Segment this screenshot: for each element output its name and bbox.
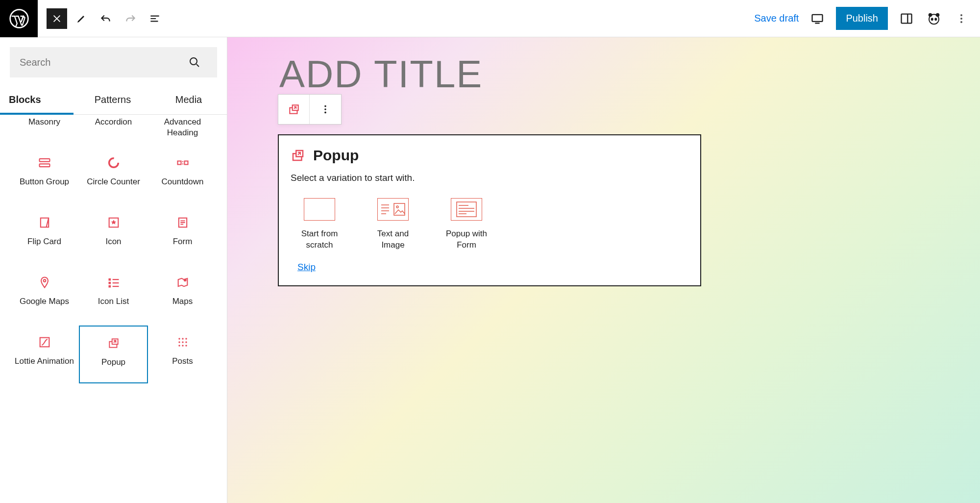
svg-rect-13 (39, 159, 49, 162)
variation-label: Popup with Form (444, 228, 489, 251)
svg-rect-16 (177, 161, 181, 165)
block-item-form[interactable]: Form (148, 206, 217, 264)
block-type-button[interactable] (278, 95, 310, 124)
block-label: Posts (172, 356, 193, 367)
svg-rect-24 (108, 278, 111, 281)
skip-link[interactable]: Skip (291, 262, 316, 273)
block-label: Icon List (98, 296, 129, 307)
svg-point-27 (183, 279, 186, 282)
svg-point-23 (43, 279, 46, 282)
block-item-countdown[interactable]: Countdown (148, 146, 217, 204)
block-label: Accordion (95, 117, 132, 127)
block-label: Circle Counter (87, 176, 140, 187)
title-placeholder: ADD TITLE (279, 52, 483, 97)
svg-point-5 (929, 13, 932, 17)
svg-point-18 (182, 161, 183, 162)
block-inserter-panel: Blocks Patterns Media MasonryAccordionAd… (0, 37, 227, 503)
tab-blocks[interactable]: Blocks (0, 87, 74, 114)
svg-point-34 (178, 341, 180, 343)
svg-point-48 (396, 206, 398, 208)
svg-rect-17 (184, 161, 188, 165)
variation-scratch[interactable]: Start from scratch (297, 198, 342, 251)
main-area: Blocks Patterns Media MasonryAccordionAd… (0, 37, 980, 503)
block-item-lottie[interactable]: Lottie Animation (10, 326, 79, 383)
block-item-circle-counter[interactable]: Circle Counter (79, 146, 148, 204)
search-input[interactable] (10, 47, 217, 77)
block-options-button[interactable] (310, 95, 341, 124)
plugin-account-button[interactable] (925, 10, 943, 27)
block-label: Countdown (161, 176, 203, 187)
search-icon (189, 56, 200, 68)
list-icon (148, 12, 161, 25)
blocks-panel: MasonryAccordionAdvanced HeadingButton G… (0, 115, 227, 503)
popup-icon (288, 103, 300, 116)
svg-point-43 (324, 108, 326, 110)
svg-point-6 (936, 13, 940, 17)
svg-rect-49 (457, 202, 476, 217)
popup-icon (291, 148, 305, 163)
block-item-masonry[interactable]: Masonry (10, 117, 79, 144)
circle-counter-icon (107, 156, 121, 170)
block-item-icon-list[interactable]: Icon List (79, 266, 148, 324)
svg-point-15 (109, 158, 118, 168)
search-wrap (0, 37, 227, 87)
text-image-icon (377, 198, 409, 221)
variation-text-image[interactable]: Text and Image (371, 198, 415, 251)
editor-canvas[interactable]: ADD TITLE Popup Select a variation to st… (227, 37, 980, 503)
google-maps-icon (38, 276, 51, 289)
block-item-accordion[interactable]: Accordion (79, 117, 148, 144)
settings-sidebar-toggle[interactable] (898, 10, 915, 27)
undo-button[interactable] (96, 8, 116, 29)
block-label: Icon (105, 236, 121, 247)
tab-media[interactable]: Media (152, 87, 225, 114)
block-label: Advanced Heading (150, 117, 215, 138)
block-item-flip-card[interactable]: Flip Card (10, 206, 79, 264)
document-overview-button[interactable] (145, 8, 165, 29)
editor-left-tools (38, 8, 165, 29)
svg-point-37 (178, 345, 180, 347)
svg-point-36 (185, 341, 187, 343)
edit-icon (75, 13, 87, 25)
popup-icon (107, 336, 121, 350)
svg-point-44 (324, 112, 326, 114)
block-toolbar (278, 94, 342, 125)
tab-patterns[interactable]: Patterns (74, 87, 152, 114)
block-label: Popup (101, 357, 125, 368)
wp-logo[interactable] (0, 0, 38, 37)
svg-rect-26 (108, 285, 111, 288)
variation-with-form[interactable]: Popup with Form (444, 198, 489, 251)
redo-button[interactable] (120, 8, 141, 29)
block-item-popup[interactable]: Popup (79, 326, 148, 383)
editor-right-tools: Save draft Publish (754, 7, 970, 30)
edit-tool-button[interactable] (71, 8, 92, 29)
block-label: Flip Card (27, 236, 61, 247)
lottie-icon (38, 335, 51, 349)
svg-rect-25 (108, 282, 111, 284)
undo-icon (99, 12, 112, 25)
save-draft-button[interactable]: Save draft (754, 13, 799, 24)
block-label: Form (173, 236, 193, 247)
block-label: Masonry (28, 117, 60, 127)
block-label: Lottie Animation (15, 356, 74, 367)
close-icon (51, 13, 62, 24)
block-item-button-group[interactable]: Button Group (10, 146, 79, 204)
block-item-maps[interactable]: Maps (148, 266, 217, 324)
options-menu-button[interactable] (953, 10, 970, 27)
publish-button[interactable]: Publish (836, 7, 888, 30)
svg-point-8 (934, 18, 937, 21)
block-item-posts[interactable]: Posts (148, 326, 217, 383)
svg-point-32 (182, 338, 184, 340)
with-form-icon (451, 198, 482, 221)
close-inserter-button[interactable] (47, 8, 67, 29)
block-item-advanced-heading[interactable]: Advanced Heading (148, 117, 217, 144)
block-label: Button Group (20, 176, 69, 187)
block-item-icon[interactable]: Icon (79, 206, 148, 264)
sidebar-icon (900, 12, 913, 25)
inserter-tabs: Blocks Patterns Media (0, 87, 227, 115)
preview-button[interactable] (808, 10, 826, 27)
block-item-google-maps[interactable]: Google Maps (10, 266, 79, 324)
svg-point-19 (182, 163, 183, 164)
variation-label: Text and Image (371, 228, 415, 251)
svg-point-11 (960, 21, 962, 23)
popup-block-placeholder: Popup Select a variation to start with. … (278, 134, 701, 286)
